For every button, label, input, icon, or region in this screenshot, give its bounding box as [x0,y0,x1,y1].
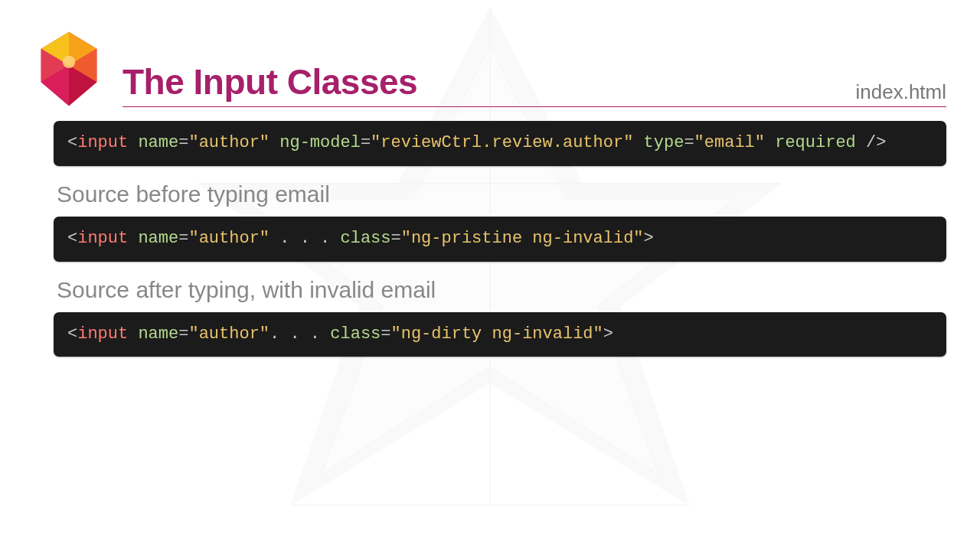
code-token: = [684,133,694,152]
code-token: class [340,229,390,248]
code-block-input-definition: <input name="author" ng-model="reviewCtr… [54,121,946,166]
code-token: "ng-dirty ng-invalid" [391,324,603,344]
code-block-pristine: <input name="author" . . . class="ng-pri… [54,217,946,262]
code-token: type [644,133,684,152]
slide-header: The Input Classes index.html [34,31,946,107]
code-token: "reviewCtrl.review.author" [371,133,633,152]
code-token: "email" [694,133,765,152]
slide-title: The Input Classes [122,63,946,102]
code-token: < [67,324,77,344]
title-underline [122,106,946,107]
code-token: ng-model [279,133,361,152]
filename-label: index.html [856,80,947,104]
code-token: > [603,324,613,344]
code-token: = [391,229,401,248]
code-token: "author" [188,133,270,152]
subheading-after-typing: Source after typing, with invalid email [57,277,946,303]
code-token: name [138,324,178,344]
code-token: < [67,229,77,248]
code-token: . . . [270,229,340,248]
code-token: "ng-pristine ng-invalid" [401,229,644,248]
svg-point-12 [63,56,75,68]
code-token: . . . [270,324,330,344]
code-token: = [361,133,371,152]
code-token: input [77,133,128,152]
slide: The Input Classes index.html <input name… [0,0,980,357]
code-token: = [381,324,390,344]
gem-logo-icon [34,31,104,107]
code-token: < [67,133,77,152]
subheading-before-typing: Source before typing email [57,181,946,207]
code-token: name [138,229,178,248]
code-token: input [77,324,128,344]
code-token: "author" [188,229,270,248]
code-token: input [77,229,128,248]
code-token: = [178,324,188,344]
code-token: required [775,133,856,152]
code-token: = [178,229,188,248]
code-token: name [138,133,178,152]
code-token: class [330,324,381,344]
slide-content: <input name="author" ng-model="reviewCtr… [54,121,946,357]
code-token: = [178,133,188,152]
code-token: /> [866,133,886,152]
code-token: "author" [188,324,270,344]
code-token: > [644,229,654,248]
code-block-dirty: <input name="author". . . class="ng-dirt… [54,312,946,357]
